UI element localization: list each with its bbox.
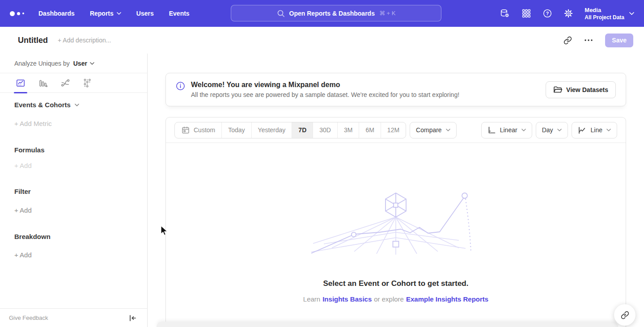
logo-dot-small: [22, 13, 24, 14]
range-7d[interactable]: 7D: [292, 122, 313, 138]
add-metric-button[interactable]: + Add Metric: [14, 120, 133, 127]
add-filter-button[interactable]: + Add: [14, 206, 133, 214]
analyze-row: Analyze Uniques by User: [0, 54, 147, 73]
folder-icon: [553, 86, 562, 93]
settings-gear-icon[interactable]: [564, 8, 573, 18]
help-icon[interactable]: ?: [542, 8, 552, 18]
add-formula-button[interactable]: + Add: [14, 162, 133, 169]
report-description-placeholder[interactable]: + Add description...: [58, 37, 111, 44]
logo-dot-medium: [17, 12, 20, 15]
nav-right-cluster: ? Media All Project Data: [500, 7, 634, 21]
query-sections: Events & Cohorts + Add Metric Formulas +…: [0, 101, 147, 259]
scale-dropdown[interactable]: Linear: [481, 122, 532, 138]
interval-dropdown[interactable]: Day: [536, 122, 568, 138]
chevron-down-icon: [90, 62, 94, 65]
project-data-scope: All Project Data: [585, 14, 624, 21]
range-3m[interactable]: 3M: [338, 122, 359, 138]
empty-state-title: Select an Event or Cohort to get started…: [323, 279, 469, 288]
range-6m[interactable]: 6M: [359, 122, 381, 138]
global-search[interactable]: Open Reports & Dashboards ⌘ + K: [231, 5, 441, 21]
banner-text: Welcome! You are viewing a Mixpanel demo…: [191, 81, 459, 98]
empty-state: Select an Event or Cohort to get started…: [166, 143, 626, 303]
logo-dot-large: [10, 11, 15, 16]
date-range-selector: Custom Today Yesterday 7D 30D 3M 6M 12M: [174, 122, 406, 138]
chart-type-dropdown[interactable]: Line: [572, 122, 617, 138]
report-title[interactable]: Untitled: [18, 36, 48, 45]
link-icon: [621, 311, 629, 319]
add-breakdown-button[interactable]: + Add: [14, 251, 133, 259]
report-actions: Save: [564, 34, 633, 47]
report-canvas: Welcome! You are viewing a Mixpanel demo…: [148, 54, 644, 327]
chevron-down-icon: [117, 12, 121, 15]
more-options-icon[interactable]: [584, 39, 593, 42]
range-12m[interactable]: 12M: [381, 122, 406, 138]
tab-bar-chart-icon[interactable]: [36, 73, 50, 93]
info-icon: [176, 81, 185, 91]
chevron-down-icon: [557, 129, 562, 131]
chevron-down-icon: [629, 12, 634, 15]
search-placeholder: Open Reports & Dashboards: [289, 10, 375, 17]
report-header: Untitled + Add description... Save: [0, 27, 644, 54]
chevron-down-icon: [75, 104, 79, 106]
save-button[interactable]: Save: [605, 34, 633, 47]
collapse-sidebar-icon[interactable]: [128, 314, 136, 322]
events-cohorts-section[interactable]: Events & Cohorts: [14, 101, 133, 109]
search-icon: [277, 9, 285, 17]
bottom-panel-handle[interactable]: [157, 322, 618, 327]
data-sources-icon[interactable]: [500, 8, 510, 19]
mixpanel-insights-app: Dashboards Reports Users Events Open Rep…: [0, 0, 644, 327]
analyze-by-dropdown[interactable]: User: [73, 60, 94, 67]
formulas-title: Formulas: [14, 146, 133, 154]
chart-type-label: Line: [591, 126, 602, 134]
nav-events[interactable]: Events: [169, 10, 190, 17]
nav-users[interactable]: Users: [136, 10, 154, 17]
explore-text: or explore: [374, 295, 404, 303]
compare-dropdown[interactable]: Compare: [410, 122, 457, 138]
mixpanel-logo[interactable]: [10, 11, 24, 16]
range-custom[interactable]: Custom: [175, 122, 222, 138]
apps-grid-icon[interactable]: [521, 8, 531, 18]
svg-text:?: ?: [546, 11, 549, 16]
empty-state-subtitle: Learn Insights Basics or explore Example…: [303, 295, 488, 303]
filter-title: Filter: [14, 188, 133, 195]
chevron-down-icon: [521, 129, 526, 131]
scale-label: Linear: [500, 126, 517, 134]
banner-content: Welcome! You are viewing a Mixpanel demo…: [176, 81, 459, 98]
project-switcher[interactable]: Media All Project Data: [585, 7, 634, 21]
tab-flows-icon[interactable]: [58, 73, 72, 93]
range-custom-label: Custom: [194, 126, 215, 134]
range-30d[interactable]: 30D: [313, 122, 338, 138]
empty-state-illustration: [311, 189, 480, 256]
chart-controls: Custom Today Yesterday 7D 30D 3M 6M 12M …: [166, 117, 626, 143]
banner-title: Welcome! You are viewing a Mixpanel demo: [191, 81, 459, 89]
tab-retention-icon[interactable]: [80, 73, 95, 93]
breakdown-title: Breakdown: [14, 233, 133, 240]
tab-insights-chart-icon[interactable]: [13, 73, 28, 93]
display-controls: Linear Day Line: [481, 122, 617, 138]
sidebar-footer: Give Feedback: [0, 308, 147, 327]
chevron-down-icon: [446, 129, 450, 131]
interval-label: Day: [542, 126, 553, 134]
top-nav: Dashboards Reports Users Events Open Rep…: [0, 0, 644, 27]
view-datasets-label: View Datasets: [566, 86, 608, 93]
copy-link-icon[interactable]: [564, 36, 572, 45]
insights-basics-link[interactable]: Insights Basics: [322, 295, 372, 303]
analyze-by-value: User: [73, 60, 87, 67]
line-chart-icon: [578, 126, 587, 134]
project-name: Media: [585, 7, 624, 13]
analyze-label: Analyze Uniques by: [14, 60, 70, 67]
nav-dashboards[interactable]: Dashboards: [38, 10, 75, 17]
give-feedback-link[interactable]: Give Feedback: [9, 314, 48, 321]
range-today[interactable]: Today: [222, 122, 251, 138]
banner-subtitle: All the reports you see are powered by a…: [191, 91, 459, 98]
range-yesterday[interactable]: Yesterday: [252, 122, 292, 138]
nav-reports[interactable]: Reports: [90, 10, 121, 17]
nav-reports-label: Reports: [90, 10, 114, 17]
view-datasets-button[interactable]: View Datasets: [546, 81, 616, 98]
example-reports-link[interactable]: Example Insights Reports: [406, 295, 488, 303]
chevron-down-icon: [606, 129, 611, 131]
project-labels: Media All Project Data: [585, 7, 624, 21]
primary-nav: Dashboards Reports Users Events: [38, 10, 190, 17]
share-link-fab[interactable]: [614, 304, 636, 326]
search-shortcut: ⌘ + K: [379, 10, 396, 17]
